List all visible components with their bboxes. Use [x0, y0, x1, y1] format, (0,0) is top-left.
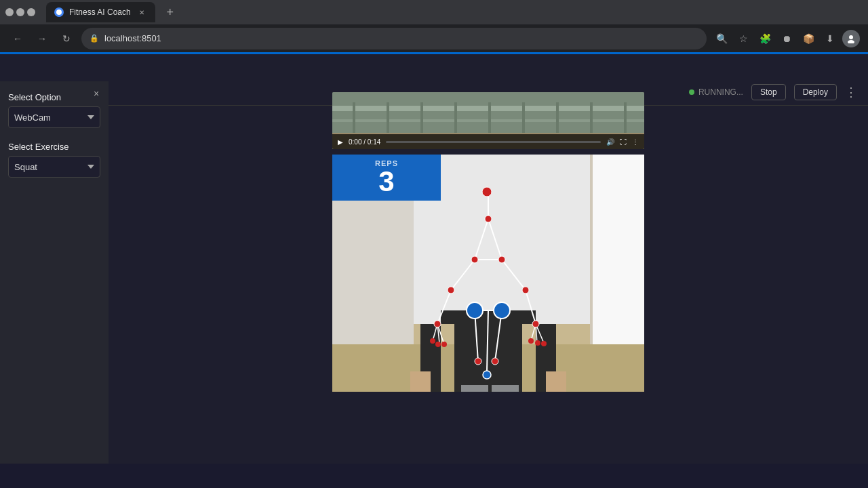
select-option-label: Select Option [8, 92, 100, 102]
svg-point-64 [498, 256, 505, 263]
svg-rect-13 [590, 102, 593, 136]
title-bar: Fitness AI Coach ✕ + [0, 0, 868, 24]
svg-point-72 [492, 358, 498, 365]
maximize-button[interactable] [16, 8, 24, 16]
pose-container: REPS 3 [332, 155, 644, 392]
time-current: 0:00 [349, 138, 361, 146]
window-controls [5, 8, 35, 16]
record-button[interactable]: ⏺ [777, 29, 796, 48]
stop-button[interactable]: Stop [751, 84, 786, 100]
extensions-button[interactable]: 📦 [799, 29, 818, 48]
svg-line-44 [488, 219, 502, 260]
svg-line-48 [502, 260, 526, 290]
svg-point-73 [483, 371, 491, 379]
lock-icon: 🔒 [90, 34, 99, 43]
svg-point-79 [541, 341, 547, 346]
sidebar-section-exercise: Select Exercise Squat Push-up Lunge Dead… [8, 142, 100, 178]
address-bar[interactable]: 🔒 localhost:8501 [81, 28, 707, 49]
new-tab-button[interactable]: + [161, 3, 180, 22]
back-button[interactable]: ← [8, 29, 27, 48]
svg-rect-8 [420, 102, 423, 136]
video-controls: ▶ 0:00 / 0:14 🔊 ⛶ ⋮ [332, 134, 644, 149]
svg-line-43 [475, 219, 488, 260]
svg-point-61 [485, 216, 492, 222]
running-dot [689, 89, 694, 95]
browser-chrome: Fitness AI Coach ✕ + ← → ↻ 🔒 localhost:8… [0, 0, 868, 54]
svg-point-71 [475, 358, 481, 365]
video-player: ▶ 0:00 / 0:14 🔊 ⛶ ⋮ [332, 92, 644, 149]
sidebar-close-button[interactable]: × [90, 87, 103, 100]
progress-bar[interactable] [386, 141, 601, 143]
svg-rect-12 [556, 102, 559, 136]
svg-point-75 [435, 342, 441, 347]
select-exercise-label: Select Exercise [8, 142, 100, 152]
time-total: 0:14 [368, 138, 380, 146]
svg-rect-10 [488, 102, 491, 136]
reps-overlay: REPS 3 [332, 155, 441, 201]
svg-point-63 [471, 256, 478, 263]
svg-point-65 [448, 287, 454, 293]
nav-bar: ← → ↻ 🔒 localhost:8501 🔍 ☆ 🧩 ⏺ 📦 ⬇ [0, 24, 868, 54]
main-content: ▶ 0:00 / 0:14 🔊 ⛶ ⋮ [108, 81, 868, 464]
svg-rect-11 [522, 102, 525, 136]
svg-point-0 [56, 9, 62, 15]
forward-button[interactable]: → [33, 29, 52, 48]
svg-rect-7 [387, 102, 389, 136]
svg-rect-14 [624, 102, 627, 136]
select-exercise-dropdown[interactable]: Squat Push-up Lunge Deadlift [8, 156, 100, 178]
deploy-button[interactable]: Deploy [794, 84, 837, 100]
sidebar: × Select Option WebCam Upload Video Sele… [0, 81, 108, 464]
fullscreen-button[interactable]: ⛶ [620, 138, 627, 146]
svg-point-69 [467, 302, 483, 319]
svg-point-67 [434, 321, 441, 327]
svg-point-78 [535, 340, 540, 346]
refresh-button[interactable]: ↻ [57, 29, 76, 48]
nav-actions: 🔍 ☆ 🧩 ⏺ 📦 ⬇ [712, 29, 860, 48]
url-display: localhost:8501 [104, 33, 161, 43]
more-options-button[interactable]: ⋮ [632, 138, 639, 146]
tab-favicon [54, 7, 64, 17]
close-button[interactable] [27, 8, 35, 16]
tab-title: Fitness AI Coach [69, 7, 131, 17]
download-button[interactable]: ⬇ [821, 29, 840, 48]
svg-rect-9 [454, 102, 457, 136]
app-container: × Select Option WebCam Upload Video Sele… [0, 54, 868, 464]
volume-button[interactable]: 🔊 [606, 138, 614, 146]
svg-point-2 [848, 40, 854, 43]
svg-rect-6 [353, 102, 355, 136]
browser-tab[interactable]: Fitness AI Coach ✕ [46, 2, 155, 22]
running-badge: RUNNING... [689, 87, 743, 97]
search-icon-btn[interactable]: 🔍 [712, 29, 731, 48]
play-button[interactable]: ▶ [338, 138, 343, 146]
reps-count: 3 [378, 167, 394, 196]
svg-point-74 [430, 338, 435, 344]
svg-point-62 [482, 187, 492, 197]
select-option-dropdown[interactable]: WebCam Upload Video [8, 106, 100, 128]
svg-line-46 [451, 260, 475, 290]
svg-point-70 [494, 302, 510, 319]
sidebar-section-option: Select Option WebCam Upload Video [8, 92, 100, 128]
svg-point-76 [441, 342, 447, 347]
extension-button[interactable]: 🧩 [755, 29, 774, 48]
svg-point-77 [528, 338, 534, 344]
profile-icon[interactable] [842, 30, 860, 47]
menu-dots-icon[interactable]: ⋮ [845, 85, 857, 100]
running-label: RUNNING... [698, 87, 743, 97]
svg-line-60 [487, 310, 488, 371]
svg-point-68 [532, 321, 539, 327]
minimize-button[interactable] [5, 8, 14, 16]
svg-point-1 [849, 35, 853, 39]
bookmark-button[interactable]: ☆ [734, 29, 753, 48]
time-display: 0:00 / 0:14 [349, 138, 380, 146]
svg-line-47 [437, 290, 451, 324]
tab-close-button[interactable]: ✕ [136, 7, 147, 18]
svg-line-49 [526, 290, 536, 324]
svg-point-66 [522, 287, 529, 293]
